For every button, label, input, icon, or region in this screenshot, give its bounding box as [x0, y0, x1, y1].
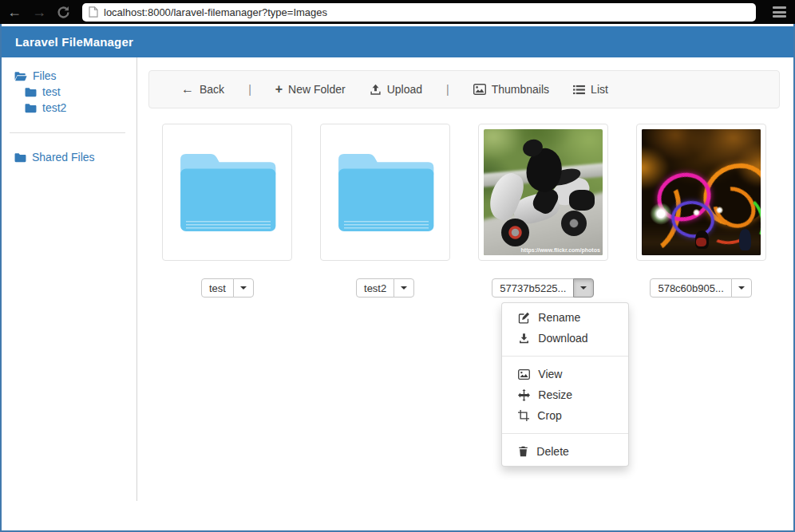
- upload-button[interactable]: Upload: [370, 83, 422, 96]
- sidebar-item-label: test: [42, 85, 61, 98]
- grid-item-image-2: 578c60b905...: [622, 124, 780, 298]
- folder-icon: [14, 152, 26, 163]
- list-label: List: [591, 83, 608, 96]
- main-panel: ← Back | + New Folder Upload |: [137, 57, 793, 530]
- photo-front-wheel: [501, 219, 529, 246]
- picture-icon: [473, 84, 486, 95]
- caret-down-icon: [401, 286, 407, 290]
- item-name-button[interactable]: 578c60b905...: [650, 278, 731, 298]
- download-icon: [518, 333, 530, 345]
- caret-down-icon: [738, 286, 745, 290]
- sidebar-folder-children: test test2: [14, 84, 136, 116]
- back-label: Back: [200, 83, 224, 96]
- app-title[interactable]: Laravel FileManager: [15, 35, 133, 49]
- url-text[interactable]: localhost:8000/laravel-filemanager?type=…: [104, 6, 327, 18]
- new-folder-button[interactable]: + New Folder: [275, 83, 346, 96]
- item-footer: test2: [356, 278, 414, 298]
- item-dropdown-toggle[interactable]: [394, 278, 414, 298]
- back-arrow-icon: ←: [181, 83, 194, 96]
- item-name-button[interactable]: test2: [356, 278, 394, 298]
- sidebar-item-files-root[interactable]: Files: [14, 68, 136, 84]
- content: Files test test2 Shared Files: [2, 57, 793, 530]
- plus-icon: +: [275, 83, 283, 96]
- sidebar-item-test2[interactable]: test2: [25, 100, 136, 116]
- big-folder-icon: [332, 149, 439, 235]
- trash-icon: [518, 446, 528, 457]
- browser-menu-icon[interactable]: [771, 5, 788, 19]
- browser-forward-icon[interactable]: →: [32, 5, 46, 19]
- photo-rear-wheel: [561, 211, 587, 236]
- image-card-2[interactable]: [636, 124, 766, 261]
- menu-item-label: Resize: [538, 387, 572, 403]
- file-grid: test: [148, 124, 780, 298]
- item-name-button[interactable]: 57737b5225...: [492, 278, 574, 298]
- upload-label: Upload: [387, 83, 422, 96]
- photo-person-silhouette: [739, 229, 751, 250]
- list-view-button[interactable]: List: [573, 83, 608, 96]
- grid-item-folder-test: test: [148, 124, 307, 298]
- grid-item-folder-test2: test2: [307, 124, 465, 298]
- sidebar: Files test test2 Shared Files: [2, 57, 137, 501]
- browser-chrome: ← → localhost:8000/laravel-filemanager?t…: [0, 0, 795, 24]
- menu-item-rename[interactable]: Rename: [502, 307, 628, 328]
- menu-item-view[interactable]: View: [502, 364, 628, 384]
- page-icon: [89, 6, 98, 18]
- back-button[interactable]: ← Back: [181, 83, 224, 96]
- app-navbar: Laravel FileManager: [2, 26, 793, 57]
- address-bar[interactable]: localhost:8000/laravel-filemanager?type=…: [82, 3, 756, 22]
- motorcycle-photo-thumbnail: https://www.flickr.com/photos: [484, 129, 603, 255]
- menu-item-label: Crop: [537, 408, 561, 424]
- item-footer: test: [201, 278, 254, 298]
- item-context-menu: Rename Download View: [501, 302, 629, 467]
- sidebar-divider: [10, 132, 125, 133]
- list-icon: [573, 85, 585, 95]
- menu-item-download[interactable]: Download: [502, 328, 628, 349]
- menu-item-label: View: [538, 366, 562, 382]
- menu-divider: [502, 356, 628, 357]
- menu-item-delete[interactable]: Delete: [502, 441, 628, 462]
- folder-icon: [25, 87, 37, 97]
- menu-item-resize[interactable]: Resize: [502, 384, 628, 405]
- pencil-icon: [518, 312, 530, 324]
- item-footer: 57737b5225... Rename Download: [492, 278, 594, 298]
- browser-refresh-icon[interactable]: [57, 6, 70, 19]
- item-dropdown-toggle-open[interactable]: [573, 278, 594, 298]
- image-card-1[interactable]: https://www.flickr.com/photos: [478, 124, 608, 261]
- sidebar-item-label: Shared Files: [32, 151, 95, 164]
- upload-icon: [370, 84, 382, 96]
- photo-street-lamp: [693, 209, 700, 216]
- page-body: Laravel FileManager Files test test2: [0, 24, 795, 532]
- light-painting-photo-thumbnail: [642, 129, 761, 255]
- sidebar-item-label: Files: [33, 69, 57, 82]
- sidebar-item-test[interactable]: test: [25, 84, 136, 100]
- picture-icon: [518, 369, 530, 380]
- big-folder-icon: [174, 149, 281, 235]
- menu-divider: [502, 433, 628, 434]
- new-folder-label: New Folder: [288, 83, 346, 96]
- item-footer: 578c60b905...: [650, 278, 751, 298]
- folder-icon: [25, 103, 37, 113]
- caret-down-icon: [240, 286, 247, 290]
- toolbar: ← Back | + New Folder Upload |: [148, 70, 780, 108]
- crop-icon: [518, 410, 529, 421]
- folder-open-icon: [14, 71, 27, 81]
- item-dropdown-toggle[interactable]: [233, 278, 254, 298]
- browser-back-icon[interactable]: ←: [7, 5, 22, 19]
- menu-item-label: Rename: [538, 309, 580, 325]
- menu-item-label: Delete: [536, 443, 568, 459]
- app-window: ← → localhost:8000/laravel-filemanager?t…: [0, 0, 795, 532]
- thumbnails-view-button[interactable]: Thumbnails: [473, 83, 549, 96]
- photo-watermark: https://www.flickr.com/photos: [521, 247, 600, 253]
- item-dropdown-toggle[interactable]: [731, 278, 752, 298]
- toolbar-separator: |: [248, 83, 251, 96]
- menu-item-crop[interactable]: Crop: [502, 405, 628, 426]
- sidebar-item-label: test2: [42, 101, 66, 114]
- folder-card-test2[interactable]: [320, 124, 450, 261]
- sidebar-item-shared-files[interactable]: Shared Files: [14, 149, 136, 165]
- caret-down-icon: [580, 286, 587, 290]
- photo-bright-light: [650, 203, 672, 225]
- photo-person-silhouette: [696, 238, 706, 246]
- folder-card-test[interactable]: [162, 124, 292, 261]
- toolbar-separator: |: [446, 83, 449, 96]
- item-name-button[interactable]: test: [201, 278, 234, 298]
